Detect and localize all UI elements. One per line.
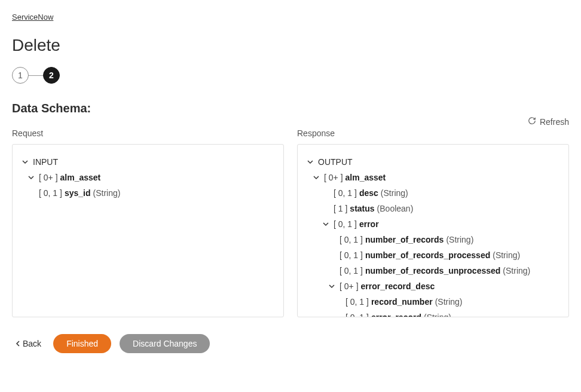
field-type: (String) <box>424 311 451 317</box>
cardinality: [ 0, 1 ] <box>334 218 357 230</box>
chevron-down-icon <box>328 283 336 289</box>
back-label: Back <box>23 339 41 348</box>
field-name: alm_asset <box>60 172 101 183</box>
chevron-down-icon <box>27 174 35 180</box>
field-name: number_of_records <box>365 234 444 246</box>
request-column: Request INPUT [ 0+ ] alm_asset [ 0, <box>12 128 284 317</box>
tree-node-status[interactable]: [ 1 ] status (Boolean) <box>318 201 560 216</box>
field-type: (Boolean) <box>377 203 414 215</box>
response-column: Response OUTPUT [ 0+ ] alm_asset [ <box>297 128 569 317</box>
tree-node-error[interactable]: [ 0, 1 ] error <box>306 216 560 232</box>
chevron-down-icon <box>306 159 314 165</box>
cardinality: [ 0, 1 ] <box>340 265 363 277</box>
discard-button[interactable]: Discard Changes <box>120 334 210 353</box>
field-type: (String) <box>493 249 520 261</box>
response-label: Response <box>297 128 569 138</box>
field-name: error_record_desc <box>361 280 435 292</box>
cardinality: [ 0+ ] <box>324 172 343 183</box>
footer: Back Finished Discard Changes <box>12 334 569 353</box>
field-name: sys_id <box>65 187 91 199</box>
tree-node-error-record[interactable]: [ 0, 1 ] error_record (String) <box>318 310 560 317</box>
cardinality: [ 0, 1 ] <box>340 234 363 246</box>
breadcrumb[interactable]: ServiceNow <box>12 13 53 22</box>
field-name: desc <box>359 187 378 199</box>
cardinality: [ 0, 1 ] <box>340 249 363 261</box>
request-schema-box: INPUT [ 0+ ] alm_asset [ 0, 1 ] sys_id (… <box>12 144 284 317</box>
tree-node-desc[interactable]: [ 0, 1 ] desc (String) <box>318 185 560 201</box>
tree-node-record-number[interactable]: [ 0, 1 ] record_number (String) <box>318 294 560 310</box>
request-label: Request <box>12 128 284 138</box>
page-title: Delete <box>12 36 569 55</box>
field-type: (String) <box>503 265 530 277</box>
step-2[interactable]: 2 <box>43 67 60 84</box>
tree-node-alm-asset[interactable]: [ 0+ ] alm_asset <box>21 170 275 185</box>
field-name: error_record <box>371 311 421 317</box>
response-schema-box: OUTPUT [ 0+ ] alm_asset [ 0, 1 ] desc (S… <box>297 144 569 317</box>
tree-node-error-record-desc[interactable]: [ 0+ ] error_record_desc <box>306 278 560 294</box>
tree-node-alm-asset[interactable]: [ 0+ ] alm_asset <box>306 170 560 185</box>
step-connector <box>29 75 43 76</box>
tree-node-sys-id[interactable]: [ 0, 1 ] sys_id (String) <box>33 185 275 201</box>
stepper: 1 2 <box>12 67 569 84</box>
tree-node-label: OUTPUT <box>318 156 353 168</box>
tree-node-number-of-records[interactable]: [ 0, 1 ] number_of_records (String) <box>318 232 560 247</box>
chevron-left-icon <box>16 339 20 348</box>
cardinality: [ 1 ] <box>334 203 347 215</box>
field-type: (String) <box>381 187 408 199</box>
field-type: (String) <box>435 296 463 308</box>
cardinality: [ 0+ ] <box>39 172 58 183</box>
tree-node-number-processed[interactable]: [ 0, 1 ] number_of_records_processed (St… <box>318 247 560 263</box>
cardinality: [ 0, 1 ] <box>334 187 357 199</box>
field-name: number_of_records_processed <box>365 249 490 261</box>
field-name: alm_asset <box>345 172 386 183</box>
cardinality: [ 0, 1 ] <box>39 187 62 199</box>
step-1[interactable]: 1 <box>12 67 29 84</box>
field-type: (String) <box>446 234 473 246</box>
section-heading: Data Schema: <box>12 102 569 115</box>
cardinality: [ 0, 1 ] <box>345 311 369 317</box>
chevron-down-icon <box>21 159 29 165</box>
refresh-icon <box>528 117 536 127</box>
tree-node-label: INPUT <box>33 156 58 168</box>
field-name: record_number <box>371 296 433 308</box>
refresh-button[interactable]: Refresh <box>528 117 569 127</box>
field-name: error <box>359 218 379 230</box>
chevron-down-icon <box>312 174 320 180</box>
field-name: number_of_records_unprocessed <box>365 265 500 277</box>
cardinality: [ 0, 1 ] <box>345 296 369 308</box>
finished-button[interactable]: Finished <box>53 334 111 353</box>
tree-node-output[interactable]: OUTPUT <box>306 154 560 170</box>
field-name: status <box>350 203 374 215</box>
cardinality: [ 0+ ] <box>340 280 359 292</box>
field-type: (String) <box>93 187 121 199</box>
chevron-down-icon <box>322 221 330 227</box>
refresh-label: Refresh <box>540 117 569 127</box>
tree-node-input[interactable]: INPUT <box>21 154 275 170</box>
tree-node-number-unprocessed[interactable]: [ 0, 1 ] number_of_records_unprocessed (… <box>318 263 560 278</box>
back-button[interactable]: Back <box>12 336 45 351</box>
